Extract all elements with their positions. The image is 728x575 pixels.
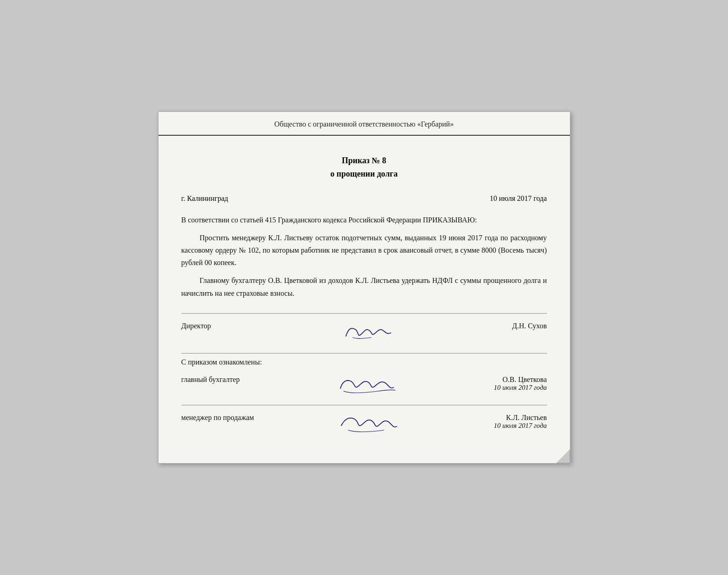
accountant-sig-svg [337, 374, 401, 397]
body-paragraph-2: Простить менеджеру К.Л. Листьеву остаток… [181, 232, 547, 269]
accountant-signature-row: главный бухгалтер О.В. Цветкова 10 июля … [181, 369, 547, 405]
director-role: Директор [181, 320, 282, 330]
document: Общество с ограниченной ответственностью… [158, 111, 570, 464]
acquainted-text: С приказом ознакомлены: [181, 358, 262, 366]
signatures-section: Директор Д.Н. Сухов С приказом ознакомле… [181, 313, 547, 445]
accountant-name: О.В. Цветкова [455, 376, 547, 384]
director-signature-row: Директор Д.Н. Сухов [181, 313, 547, 353]
manager-signature-row: менеджер по продажам К.Л. Листьев 10 июл… [181, 405, 547, 445]
location: г. Калининград [181, 194, 229, 203]
document-header: Общество с ограниченной ответственностью… [159, 112, 570, 136]
order-title-block: Приказ № 8 о прощении долга [181, 154, 547, 181]
manager-role: менеджер по продажам [181, 412, 282, 422]
company-name: Общество с ограниченной ответственностью… [274, 120, 454, 128]
director-signature [309, 320, 428, 347]
director-name: Д.Н. Сухов [455, 320, 547, 330]
accountant-date: 10 июля 2017 года [455, 384, 547, 392]
accountant-name-block: О.В. Цветкова 10 июля 2017 года [455, 374, 547, 392]
manager-name: К.Л. Листьев [455, 414, 547, 422]
corner-fold-inner [557, 450, 569, 463]
order-title-line2: о прощении долга [181, 167, 547, 181]
accountant-signature [309, 374, 428, 400]
order-title-line1: Приказ № 8 [181, 154, 547, 167]
order-date: 10 июля 2017 года [490, 194, 547, 203]
accountant-role: главный бухгалтер [181, 374, 282, 384]
acquainted-label: С приказом ознакомлены: [181, 353, 547, 369]
director-sig-svg [341, 320, 396, 343]
manager-name-block: К.Л. Листьев 10 июля 2017 года [455, 412, 547, 430]
manager-date: 10 июля 2017 года [455, 422, 547, 430]
manager-sig-svg [339, 412, 399, 435]
body-paragraph-3: Главному бухгалтеру О.В. Цветковой из до… [181, 274, 547, 299]
location-date-row: г. Калининград 10 июля 2017 года [181, 194, 547, 203]
document-body: Приказ № 8 о прощении долга г. Калинингр… [159, 136, 570, 463]
manager-signature [309, 412, 428, 438]
body-paragraph-1: В соответствии со статьей 415 Гражданско… [181, 214, 547, 226]
